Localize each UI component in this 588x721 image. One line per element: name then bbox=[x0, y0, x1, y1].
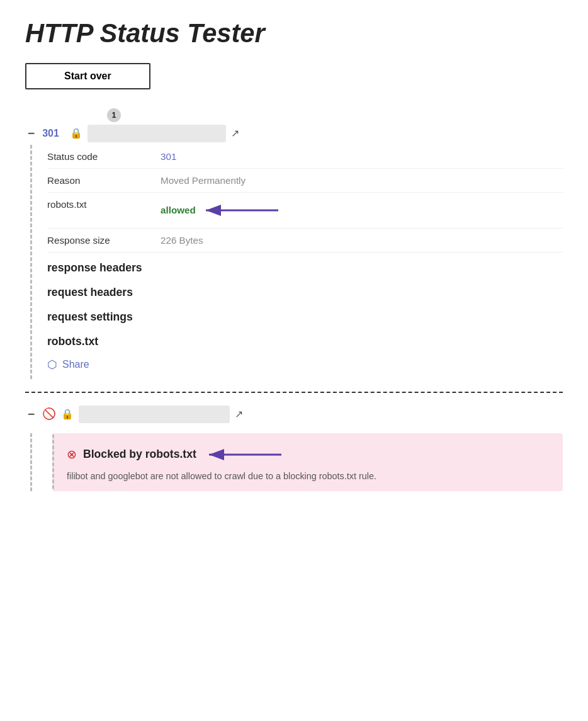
robots-row: robots.txt allowed bbox=[47, 193, 563, 229]
request2-lock-icon: 🔒 bbox=[61, 408, 74, 420]
robots-txt-section[interactable]: robots.txt bbox=[47, 326, 563, 351]
start-over-button[interactable]: Start over bbox=[25, 63, 150, 89]
request2-panel: ⊗ Blocked by robots.txt filibot and goog… bbox=[30, 433, 563, 491]
status-code-row: Status code 301 bbox=[47, 145, 563, 169]
arrow-annotation-icon bbox=[200, 199, 281, 222]
reason-label: Reason bbox=[47, 175, 161, 186]
response-headers-section[interactable]: response headers bbox=[47, 253, 563, 277]
no-entry-icon: 🚫 bbox=[42, 407, 56, 421]
status-code-label: Status code bbox=[47, 151, 161, 162]
request1-status-badge: 301 bbox=[42, 128, 65, 139]
status-code-value: 301 bbox=[161, 151, 176, 162]
external-link-icon[interactable]: ↗ bbox=[231, 127, 239, 139]
page-title: HTTP Status Tester bbox=[25, 19, 563, 48]
blocked-description: filibot and googlebot are not allowed to… bbox=[67, 471, 550, 481]
step-badge: 1 bbox=[107, 108, 121, 122]
request1-details-panel: Status code 301 Reason Moved Permanently… bbox=[30, 145, 563, 379]
blocked-panel: ⊗ Blocked by robots.txt filibot and goog… bbox=[52, 433, 563, 491]
share-icon: ⬡ bbox=[47, 358, 57, 372]
reason-row: Reason Moved Permanently bbox=[47, 169, 563, 193]
request2-collapse-button[interactable]: − bbox=[25, 406, 37, 423]
blocked-title: Blocked by robots.txt bbox=[83, 448, 196, 461]
request2-url-input[interactable] bbox=[79, 406, 230, 423]
response-size-label: Response size bbox=[47, 235, 161, 246]
response-size-row: Response size 226 Bytes bbox=[47, 229, 563, 253]
lock-icon: 🔒 bbox=[70, 127, 82, 139]
robots-value: allowed bbox=[161, 205, 196, 215]
blocked-x-icon: ⊗ bbox=[67, 447, 77, 462]
reason-value: Moved Permanently bbox=[161, 175, 246, 186]
share-row[interactable]: ⬡ Share bbox=[47, 351, 563, 379]
request1-url-row: − 301 🔒 ↗ bbox=[25, 125, 563, 142]
request1-url-input[interactable] bbox=[88, 125, 226, 142]
response-size-value: 226 Bytes bbox=[161, 235, 203, 246]
request2-external-link-icon[interactable]: ↗ bbox=[235, 408, 243, 420]
request-headers-section[interactable]: request headers bbox=[47, 277, 563, 302]
blocked-arrow-icon bbox=[203, 443, 285, 466]
section-separator bbox=[25, 392, 563, 393]
request-settings-section[interactable]: request settings bbox=[47, 302, 563, 326]
blocked-title-row: ⊗ Blocked by robots.txt bbox=[67, 443, 550, 466]
robots-label: robots.txt bbox=[47, 199, 161, 210]
share-label[interactable]: Share bbox=[62, 359, 89, 370]
request1-collapse-button[interactable]: − bbox=[25, 125, 37, 142]
request2-url-row: − 🚫 🔒 ↗ bbox=[25, 406, 563, 423]
